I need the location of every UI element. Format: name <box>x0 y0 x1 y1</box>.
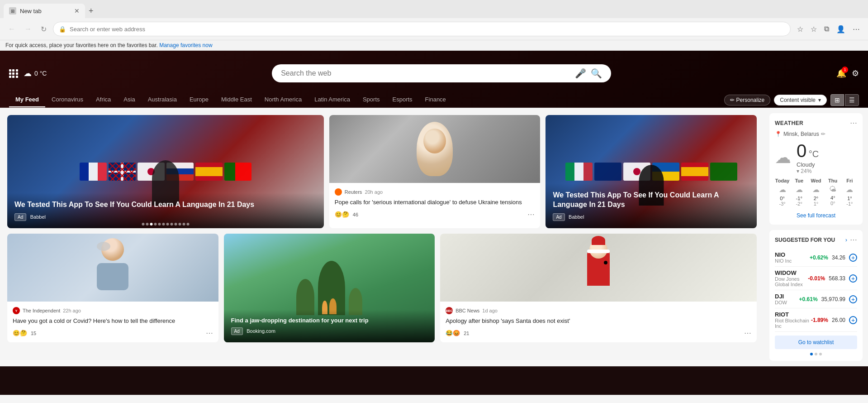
forecast-low-0: -3° <box>775 201 790 206</box>
active-tab[interactable]: ⊞ New tab ✕ <box>4 4 85 18</box>
favorites-star-button[interactable]: ☆ <box>794 23 806 35</box>
tab-asia[interactable]: Asia <box>117 92 141 107</box>
news-card-4[interactable]: Y The Independent 22h ago Have you got a… <box>7 234 218 342</box>
edit-location-icon[interactable]: ✏ <box>821 131 825 137</box>
tab-my-feed[interactable]: My Feed <box>9 92 45 107</box>
address-input[interactable] <box>70 26 785 33</box>
search-bar[interactable]: 🎤 🔍 <box>272 64 611 82</box>
weather-card: WEATHER ⋯ 📍 Minsk, Belarus ✏ ☁ 0 °C <box>769 113 863 225</box>
weather-temp-block: 0 °C Cloudy ▾ 24% <box>797 141 819 174</box>
flag-spain <box>195 163 223 181</box>
forecast-day-3: Thu <box>825 178 840 183</box>
card6-more-button[interactable]: ⋯ <box>744 329 751 337</box>
ad-badge-3: Ad <box>553 213 564 221</box>
card6-actions: 😂😡 21 ⋯ <box>446 329 751 337</box>
dot-nav-1 <box>810 353 813 355</box>
refresh-button[interactable]: ↻ <box>38 23 49 35</box>
forecast-tue: Tue ☁ -1° -2° <box>792 178 806 206</box>
card4-more-button[interactable]: ⋯ <box>206 329 213 337</box>
tab-sports[interactable]: Sports <box>356 92 386 107</box>
dot-nav-3 <box>819 353 822 355</box>
news-card-1[interactable]: We Tested This App To See If You Could L… <box>7 115 324 228</box>
news-card-2[interactable]: Reuters 20h ago Pope calls for 'serious … <box>329 115 541 228</box>
stock-riot-info: RIOT Riot Blockchain Inc <box>775 311 811 329</box>
suggested-header: SUGGESTED FOR YOU › ⋯ <box>775 235 857 244</box>
stock-riot[interactable]: RIOT Riot Blockchain Inc -1.89% 26.00 + <box>775 308 857 332</box>
page-content: ☁ 0 °C 🎤 🔍 🔔 1 ⚙ My Feed Coronavirus A <box>0 51 868 395</box>
tab-middle-east[interactable]: Middle East <box>215 92 258 107</box>
dot-10 <box>178 223 181 225</box>
search-button[interactable]: 🔍 <box>591 68 602 79</box>
weather-more-button[interactable]: ⋯ <box>850 119 857 127</box>
forecast-link[interactable]: See full forecast <box>797 212 835 219</box>
forecast-high-1: -1° <box>792 196 806 201</box>
dji-change: +0.61% <box>799 296 818 302</box>
widow-add-button[interactable]: + <box>849 274 857 283</box>
forecast-low-4: -1° <box>842 201 857 206</box>
tab-latin-america[interactable]: Latin America <box>308 92 356 107</box>
news-card-6[interactable]: BBC BBC News 1d ago Apology after bishop… <box>440 234 757 342</box>
address-bar[interactable]: 🔒 <box>53 22 791 36</box>
riot-price: 26.00 <box>832 317 845 323</box>
notification-badge: 1 <box>842 67 848 73</box>
stock-nio-info: NIO NIO Inc <box>775 251 810 264</box>
card1-source-row: Ad Babbel <box>14 212 317 221</box>
stock-nio[interactable]: NIO NIO Inc +0.62% 34.26 + <box>775 249 857 267</box>
card3-source-row: Ad Babbel <box>553 212 749 221</box>
list-view-button[interactable]: ☰ <box>845 94 859 106</box>
forecast-high-4: 1° <box>842 196 857 201</box>
apps-grid-button[interactable] <box>9 69 18 78</box>
menu-button[interactable]: ⋯ <box>850 23 863 35</box>
card1-title: We Tested This App To See If You Could L… <box>14 200 317 210</box>
tab-finance[interactable]: Finance <box>419 92 452 107</box>
forward-button[interactable]: → <box>22 23 34 35</box>
new-tab-button[interactable]: + <box>85 5 97 18</box>
news-card-5[interactable]: Find a jaw-dropping destination for your… <box>224 234 435 342</box>
top-right-actions: 🔔 1 ⚙ <box>836 68 859 78</box>
stock-widow[interactable]: WIDOW Dow Jones Global Index -0.01% 568.… <box>775 267 857 290</box>
page-top-bar: ☁ 0 °C 🎤 🔍 🔔 1 ⚙ <box>0 60 868 87</box>
pope-face <box>417 122 453 176</box>
tab-coronavirus[interactable]: Coronavirus <box>45 92 90 107</box>
suggested-arrow-icon[interactable]: › <box>845 236 847 243</box>
forecast-high-0: 0° <box>775 196 790 201</box>
card6-title: Apology after bishop 'says Santa does no… <box>446 317 751 325</box>
card2-more-button[interactable]: ⋯ <box>527 210 535 219</box>
reading-list-button[interactable]: ☆ <box>808 23 820 35</box>
page-settings-button[interactable]: ⚙ <box>852 68 859 78</box>
card1-source: Babbel <box>30 214 46 220</box>
news-row-2: Y The Independent 22h ago Have you got a… <box>7 234 757 342</box>
widow-price: 568.33 <box>829 275 845 282</box>
tab-africa[interactable]: Africa <box>90 92 117 107</box>
news-card-3[interactable]: We Tested This App To See If You Could L… <box>545 115 757 228</box>
mic-button[interactable]: 🎤 <box>575 68 586 79</box>
card5-source: Booking.com <box>247 328 275 334</box>
personalize-button[interactable]: ✏ Personalize <box>724 95 771 106</box>
stock-dji[interactable]: DJI DOW +0.61% 35,970.99 + <box>775 290 857 308</box>
content-visible-dropdown[interactable]: Content visible ▾ <box>774 95 827 106</box>
see-full-forecast[interactable]: See full forecast <box>775 211 857 219</box>
forecast-day-1: Tue <box>792 178 806 183</box>
go-to-watchlist-button[interactable]: Go to watchlist <box>775 336 857 349</box>
profile-button[interactable]: 👤 <box>834 23 848 35</box>
bbc-logo: BBC <box>446 307 453 314</box>
nio-add-button[interactable]: + <box>849 254 857 262</box>
dji-add-button[interactable]: + <box>849 295 857 303</box>
notifications-button[interactable]: 🔔 1 <box>836 68 846 78</box>
forecast-high-2: 2° <box>808 196 823 201</box>
riot-add-button[interactable]: + <box>849 316 857 324</box>
collections-button[interactable]: ⧉ <box>821 23 832 35</box>
dot-9 <box>174 223 177 225</box>
grid-view-button[interactable]: ⊞ <box>830 94 844 106</box>
tab-australasia[interactable]: Australasia <box>142 92 183 107</box>
tab-esports[interactable]: Esports <box>386 92 419 107</box>
tab-europe[interactable]: Europe <box>183 92 215 107</box>
suggested-more-button[interactable]: ⋯ <box>850 235 857 244</box>
card4-reactions: 15 <box>31 331 36 336</box>
tab-close-button[interactable]: ✕ <box>74 7 80 14</box>
search-input[interactable] <box>281 69 570 77</box>
tab-north-america[interactable]: North America <box>258 92 308 107</box>
manage-favorites-link[interactable]: Manage favorites now <box>159 42 212 48</box>
back-button[interactable]: ← <box>5 23 18 35</box>
dot-4 <box>154 223 157 225</box>
